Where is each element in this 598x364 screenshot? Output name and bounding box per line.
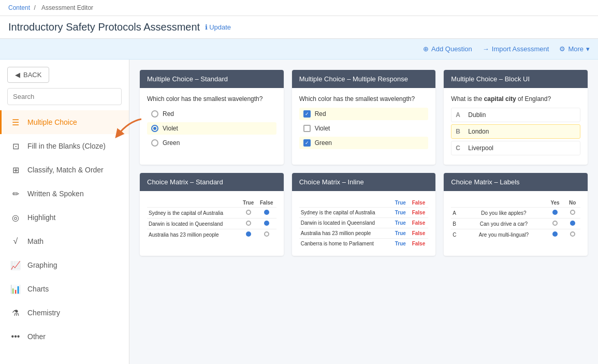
- block-option-dublin[interactable]: A Dublin: [451, 108, 580, 122]
- flask-icon: ⚗: [10, 307, 21, 318]
- card-header: Choice Matrix – Standard: [140, 173, 284, 191]
- checkbox-red: [303, 110, 311, 118]
- nav-label: Charts: [27, 285, 49, 293]
- back-button[interactable]: ◀ BACK: [7, 67, 49, 83]
- plus-icon: ⊕: [423, 45, 429, 53]
- matrix-row: Darwin is located in Queensland True Fal…: [299, 218, 429, 228]
- matrix-row: Australia has 23 million people True Fal…: [299, 228, 429, 239]
- sidebar-item-multiple-choice[interactable]: ☰ Multiple Choice: [0, 110, 129, 134]
- card-header: Choice Matrix – Labels: [444, 173, 588, 191]
- mc-option-violet[interactable]: Violet: [299, 122, 429, 135]
- matrix-row: C Are you multi-lingual?: [451, 229, 580, 240]
- mc-option-violet[interactable]: Violet: [147, 122, 276, 135]
- matrix-table: Yes No A Do you like apples? B: [451, 198, 580, 240]
- sidebar-item-written-spoken[interactable]: ✏ Written & Spoken: [0, 182, 129, 206]
- card-body: Yes No A Do you like apples? B: [444, 191, 588, 247]
- breadcrumb: Content / Assessment Editor: [0, 0, 598, 16]
- nav-label: Chemistry: [27, 309, 60, 317]
- card-header: Choice Matrix – Inline: [292, 173, 436, 191]
- sidebar-item-charts[interactable]: 📊 Charts: [0, 277, 129, 301]
- chevron-left-icon: ◀: [15, 71, 20, 79]
- matrix-row: Sydney is the capital of Australia: [147, 208, 276, 219]
- line-chart-icon: 📈: [10, 259, 21, 271]
- card-body: True False Sydney is the capital of Aust…: [140, 191, 284, 247]
- main-layout: ◀ BACK ☰ Multiple Choice ⊡ Fill in the B…: [0, 60, 598, 364]
- card-choice-matrix-standard[interactable]: Choice Matrix – Standard True False Sydn…: [140, 173, 284, 256]
- info-icon: ℹ: [205, 23, 208, 31]
- pencil-icon: ✏: [10, 188, 21, 199]
- matrix-row: Canberra is home to Parliament True Fals…: [299, 239, 429, 249]
- card-body: Which color has the smallest wavelength?…: [140, 88, 284, 158]
- import-icon: →: [483, 45, 489, 53]
- matrix-row: B Can you drive a car?: [451, 219, 580, 229]
- radio-red: [151, 110, 158, 118]
- radio-green: [151, 139, 158, 147]
- action-bar: ⊕ Add Question → Import Assessment ⚙ Mor…: [0, 39, 598, 60]
- matrix-table: True False Sydney is the capital of Aust…: [147, 198, 276, 240]
- block-option-liverpool[interactable]: C Liverpool: [451, 141, 580, 155]
- gear-icon: ⚙: [559, 45, 565, 53]
- sqrt-icon: √: [10, 236, 21, 247]
- card-mc-block[interactable]: Multiple Choice – Block UI What is the c…: [444, 70, 588, 165]
- matrix-row: Sydney is the capital of Australia True …: [299, 208, 429, 218]
- title-bar: Introductory Safety Protocols Assessment…: [0, 16, 598, 39]
- search-input[interactable]: [7, 88, 122, 105]
- sidebar-item-math[interactable]: √ Math: [0, 229, 129, 253]
- mc-option-red[interactable]: Red: [147, 108, 276, 120]
- breadcrumb-content-link[interactable]: Content: [8, 4, 30, 11]
- sidebar-item-classify[interactable]: ⊞ Classify, Match & Order: [0, 158, 129, 182]
- card-header: Multiple Choice – Multiple Response: [292, 70, 436, 88]
- sidebar-item-fill-blanks[interactable]: ⊡ Fill in the Blanks (Cloze): [0, 134, 129, 158]
- mc-option-red[interactable]: Red: [299, 108, 429, 120]
- card-body: Which color has the smallest wavelength?…: [292, 88, 436, 158]
- mc-option-green[interactable]: Green: [147, 137, 276, 149]
- checkbox-green: [303, 139, 311, 147]
- card-body: What is the capital city of England? A D…: [444, 88, 588, 165]
- chevron-down-icon: ▾: [586, 45, 590, 53]
- dotted-grid-icon: ⊡: [10, 140, 21, 152]
- more-button[interactable]: ⚙ More ▾: [559, 45, 590, 53]
- nav-label: Classify, Match & Order: [27, 166, 104, 174]
- list-icon: ☰: [10, 117, 21, 128]
- card-mc-standard[interactable]: Multiple Choice – Standard Which color h…: [140, 70, 284, 165]
- card-choice-matrix-labels[interactable]: Choice Matrix – Labels Yes No A: [444, 173, 588, 256]
- card-body: True False Sydney is the capital of Aust…: [292, 191, 436, 256]
- matrix-row: Darwin is located in Queensland: [147, 219, 276, 229]
- mc-question: Which color has the smallest wavelength?: [147, 95, 276, 103]
- nav-label: Other: [27, 332, 46, 341]
- nav-label: Highlight: [27, 213, 55, 222]
- sidebar-item-chemistry[interactable]: ⚗ Chemistry: [0, 301, 129, 325]
- sidebar-item-graphing[interactable]: 📈 Graphing: [0, 253, 129, 277]
- matrix-table: True False Sydney is the capital of Aust…: [299, 198, 429, 249]
- mc-question: What is the capital city of England?: [451, 95, 580, 103]
- block-option-london[interactable]: B London: [451, 124, 580, 139]
- import-assessment-button[interactable]: → Import Assessment: [483, 45, 549, 53]
- nav-label: Graphing: [27, 261, 57, 269]
- nav-label: Math: [27, 237, 43, 245]
- grid4-icon: ⊞: [10, 164, 21, 176]
- sidebar: ◀ BACK ☰ Multiple Choice ⊡ Fill in the B…: [0, 60, 129, 364]
- mc-question: Which color has the smallest wavelength?: [299, 95, 429, 103]
- card-choice-matrix-inline[interactable]: Choice Matrix – Inline True False Sydney…: [292, 173, 436, 256]
- nav-label: Written & Spoken: [27, 190, 84, 198]
- card-header: Multiple Choice – Standard: [140, 70, 284, 88]
- sidebar-item-other[interactable]: ••• Other: [0, 325, 129, 348]
- update-link[interactable]: ℹ Update: [205, 23, 231, 31]
- breadcrumb-current: Assessment Editor: [41, 4, 93, 11]
- matrix-row: A Do you like apples?: [451, 208, 580, 219]
- matrix-row: Australia has 23 million people: [147, 229, 276, 240]
- card-mc-multiple[interactable]: Multiple Choice – Multiple Response Whic…: [292, 70, 436, 165]
- nav-label: Multiple Choice: [27, 118, 77, 126]
- bar-chart-icon: 📊: [10, 283, 21, 295]
- block-options: A Dublin B London C Liverpool: [451, 108, 580, 155]
- target-icon: ◎: [10, 212, 21, 223]
- add-question-button[interactable]: ⊕ Add Question: [423, 45, 472, 53]
- page-title: Introductory Safety Protocols Assessment: [8, 21, 200, 33]
- nav-label: Fill in the Blanks (Cloze): [27, 142, 106, 150]
- mc-option-green[interactable]: Green: [299, 137, 429, 149]
- content-area: Multiple Choice – Standard Which color h…: [129, 60, 598, 364]
- sidebar-item-highlight[interactable]: ◎ Highlight: [0, 206, 129, 229]
- checkbox-violet: [303, 125, 311, 132]
- radio-violet: [151, 125, 158, 132]
- dots-icon: •••: [10, 331, 21, 342]
